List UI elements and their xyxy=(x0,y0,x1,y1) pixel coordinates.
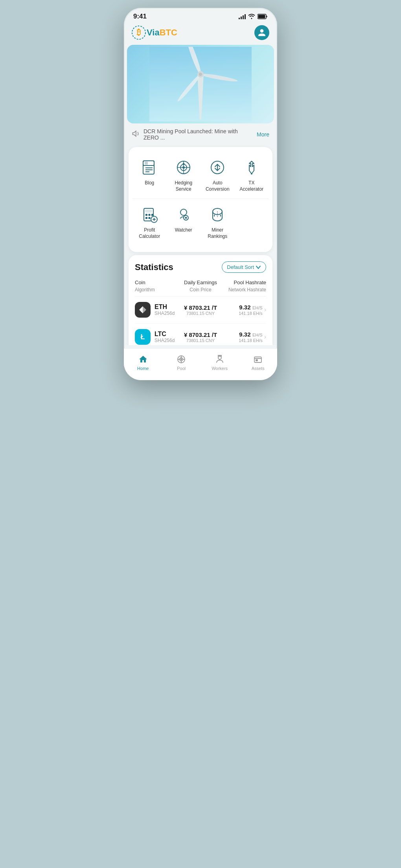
svg-rect-14 xyxy=(145,162,148,165)
profit-calculator-label: Profit Calculator xyxy=(134,227,165,239)
tx-accelerator-label: TX Accelerator xyxy=(236,180,267,192)
svg-rect-32 xyxy=(145,217,147,219)
svg-point-11 xyxy=(199,73,202,76)
nav-assets[interactable]: Assets xyxy=(239,353,278,372)
header-coin: Coin Algorithm xyxy=(135,279,178,293)
hashrate-ltc: 9.32 EH/S 141.18 EH/s › xyxy=(223,331,266,343)
hashrate-unit-ltc: EH/S xyxy=(252,333,263,337)
hashrate-sub-eth: 141.18 EH/s xyxy=(239,311,263,316)
profit-calculator-icon xyxy=(140,205,159,224)
coin-rows: ETH SHA256d ¥ 8703.21 /T 73801.15 CNY 9.… xyxy=(135,296,266,345)
user-icon xyxy=(258,28,266,37)
blog-label: Blog xyxy=(145,180,154,186)
nav-home-label: Home xyxy=(137,366,149,371)
coin-algo-eth: SHA256d xyxy=(155,311,175,316)
news-more-button[interactable]: More xyxy=(257,131,269,138)
earnings-sub-ltc: 73801.15 CNY xyxy=(178,338,222,343)
coin-row-eth[interactable]: ETH SHA256d ¥ 8703.21 /T 73801.15 CNY 9.… xyxy=(135,296,266,324)
svg-rect-29 xyxy=(145,214,147,216)
svg-rect-53 xyxy=(254,357,261,362)
nav-workers[interactable]: Workers xyxy=(200,353,239,372)
battery-icon xyxy=(258,14,268,19)
hashrate-main-eth: 9.32 xyxy=(239,304,250,311)
user-avatar-button[interactable] xyxy=(254,25,269,40)
status-bar: 9:41 xyxy=(124,8,277,24)
chevron-down-icon xyxy=(256,265,261,270)
wifi-icon xyxy=(248,14,255,19)
pool-icon xyxy=(176,354,186,364)
coin-algo-ltc: SHA256d xyxy=(155,338,175,343)
banner-container xyxy=(124,45,277,123)
header: ₿ ViaBTC xyxy=(124,24,277,45)
hedging-label: Hedging Service xyxy=(168,180,199,192)
service-tx-accelerator[interactable]: TX Accelerator xyxy=(235,155,269,195)
service-auto-conversion[interactable]: Auto Conversion xyxy=(200,155,235,195)
nav-pool[interactable]: Pool xyxy=(162,353,201,372)
service-blog[interactable]: Blog xyxy=(132,155,167,195)
coin-info-eth: ETH SHA256d xyxy=(135,302,178,318)
logo-btc: BTC xyxy=(160,28,177,37)
nav-assets-label: Assets xyxy=(252,366,265,371)
earnings-eth: ¥ 8703.21 /T 73801.15 CNY xyxy=(178,304,222,316)
logo-bitcoin-icon: ₿ xyxy=(132,26,146,40)
services-divider xyxy=(132,199,269,199)
logo: ₿ ViaBTC xyxy=(132,26,177,40)
svg-rect-1 xyxy=(258,15,265,18)
hashrate-unit-eth: EH/S xyxy=(252,305,263,310)
row-chevron-eth: › xyxy=(264,306,266,313)
blog-icon xyxy=(140,158,159,177)
hashrate-sub-ltc: 141.18 EH/s xyxy=(239,338,263,343)
earnings-sub-eth: 73801.15 CNY xyxy=(178,311,222,316)
table-header: Coin Algorithm Daily Earnings Coin Price… xyxy=(135,279,266,296)
main-scroll[interactable]: DCR Mining Pool Launched: Mine with ZERO… xyxy=(124,45,277,345)
sort-label: Default Sort xyxy=(227,264,254,270)
svg-text:₿: ₿ xyxy=(137,28,141,37)
miner-rankings-label: Miner Rankings xyxy=(202,227,233,239)
header-hashrate: Pool Hashrate Network Hashrate xyxy=(223,279,266,293)
news-ticker: DCR Mining Pool Launched: Mine with ZERO… xyxy=(124,123,277,145)
status-time: 9:41 xyxy=(133,13,147,20)
services-row-1: Blog Hedging Service xyxy=(132,155,269,195)
service-watcher[interactable]: Watcher xyxy=(167,202,201,243)
auto-conversion-icon xyxy=(208,158,227,177)
earnings-ltc: ¥ 8703.21 /T 73801.15 CNY xyxy=(178,331,222,343)
tx-accelerator-icon xyxy=(242,158,261,177)
services-card: Blog Hedging Service xyxy=(129,147,272,252)
stats-header: Statistics Default Sort xyxy=(135,261,266,273)
watcher-icon xyxy=(174,205,193,224)
svg-text:Ł: Ł xyxy=(141,333,145,341)
signal-icon xyxy=(239,14,246,19)
service-hedging[interactable]: Hedging Service xyxy=(167,155,201,195)
earnings-main-eth: ¥ 8703.21 /T xyxy=(178,304,222,311)
statistics-section: Statistics Default Sort Coin Algorithm D… xyxy=(129,255,272,345)
news-text: DCR Mining Pool Launched: Mine with ZERO… xyxy=(143,128,253,141)
service-profit-calculator[interactable]: Profit Calculator xyxy=(132,202,167,243)
coin-name-ltc: LTC xyxy=(155,331,175,338)
header-earnings: Daily Earnings Coin Price xyxy=(178,279,222,293)
hedging-icon xyxy=(174,158,193,177)
svg-rect-33 xyxy=(149,217,151,219)
logo-via: Via xyxy=(147,28,160,37)
bottom-nav: Home Pool Workers xyxy=(124,348,277,380)
service-miner-rankings[interactable]: Miner Rankings xyxy=(200,202,235,243)
miner-rankings-icon xyxy=(208,205,227,224)
coin-logo-eth xyxy=(135,302,151,318)
windmill-illustration xyxy=(149,47,252,121)
status-icons xyxy=(239,14,268,19)
assets-icon xyxy=(253,354,263,364)
coin-info-ltc: Ł LTC SHA256d xyxy=(135,329,178,345)
logo-text: ViaBTC xyxy=(147,28,177,38)
svg-point-23 xyxy=(182,163,184,165)
svg-point-22 xyxy=(182,166,185,169)
svg-point-38 xyxy=(185,217,187,219)
banner-image xyxy=(127,45,274,123)
statistics-title: Statistics xyxy=(135,262,173,272)
sort-button[interactable]: Default Sort xyxy=(222,261,266,273)
services-row-2: Profit Calculator Watcher xyxy=(132,202,269,243)
nav-home[interactable]: Home xyxy=(124,353,162,372)
svg-rect-30 xyxy=(149,214,151,216)
svg-rect-54 xyxy=(256,360,258,361)
svg-point-52 xyxy=(218,356,221,359)
workers-icon xyxy=(215,354,225,364)
coin-row-ltc[interactable]: Ł LTC SHA256d ¥ 8703.21 /T 73801.15 CNY … xyxy=(135,324,266,345)
